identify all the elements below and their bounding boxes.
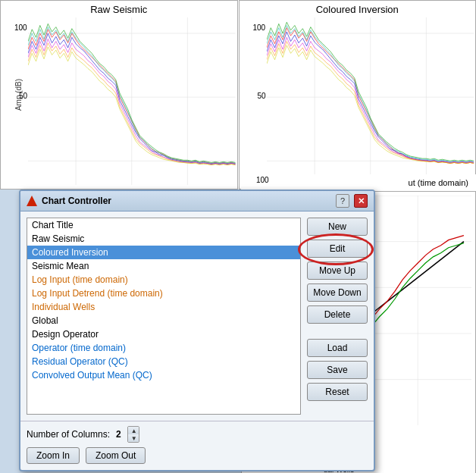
dialog-help-button[interactable]: ? <box>336 194 349 208</box>
raw-seismic-svg <box>28 17 236 185</box>
load-button[interactable]: Load <box>307 339 368 357</box>
btn-spacer <box>307 327 368 335</box>
list-item[interactable]: Operator (time domain) <box>27 341 300 355</box>
list-item[interactable]: Convolved Output Mean (QC) <box>27 368 300 382</box>
coloured-inversion-chart: Coloured Inversion 100 50 <box>239 0 477 190</box>
list-item[interactable]: Design Operator <box>27 327 300 341</box>
zoom-out-button[interactable]: Zoom Out <box>86 447 146 464</box>
save-button[interactable]: Save <box>307 361 368 379</box>
list-item[interactable]: Raw Seismic <box>27 232 300 246</box>
raw-y-tick-50: 50 <box>19 92 27 100</box>
raw-y-tick-100: 100 <box>14 23 27 32</box>
edit-button-container: Edit <box>307 240 368 258</box>
dialog-footer: Number of Columns: 2 ▲ ▼ <box>20 421 374 447</box>
x-axis-label-area: 100 ut (time domain) <box>241 174 476 191</box>
reset-button[interactable]: Reset <box>307 383 368 401</box>
list-item[interactable]: Individual Wells <box>27 300 300 314</box>
dialog-title: Chart Controller <box>42 196 331 206</box>
list-item[interactable]: Chart Title <box>27 218 300 232</box>
spinner-up-button[interactable]: ▲ <box>128 427 139 434</box>
inv-y-tick-100: 100 <box>253 23 266 32</box>
list-item[interactable]: Seismic Mean <box>27 259 300 273</box>
raw-seismic-title: Raw Seismic <box>1 1 237 15</box>
list-item[interactable]: Log Input (time domain) <box>27 273 300 287</box>
inv-y-tick-50: 50 <box>258 92 266 100</box>
coloured-inversion-title: Coloured Inversion <box>240 1 476 15</box>
spinner-down-button[interactable]: ▼ <box>128 434 139 442</box>
list-item[interactable]: Residual Operator (QC) <box>27 355 300 368</box>
columns-value: 2 <box>116 429 121 440</box>
columns-label: Number of Columns: <box>27 429 110 440</box>
coloured-inversion-svg <box>267 17 474 185</box>
chart-controller-dialog: Chart Controller ? ✕ Chart Title Raw Sei… <box>19 190 375 471</box>
dialog-body: Chart Title Raw Seismic Coloured Inversi… <box>20 211 374 421</box>
raw-seismic-chart: Raw Seismic Amp (dB) 100 50 <box>0 0 238 190</box>
move-down-button[interactable]: Move Down <box>307 283 368 302</box>
move-up-button[interactable]: Move Up <box>307 262 368 280</box>
chart-list[interactable]: Chart Title Raw Seismic Coloured Inversi… <box>27 218 301 415</box>
x-tick-100: 100 <box>256 176 269 184</box>
new-button[interactable]: New <box>307 218 368 236</box>
x-axis-label: ut (time domain) <box>409 178 468 187</box>
dialog-close-button[interactable]: ✕ <box>354 194 368 208</box>
zoom-row: Zoom In Zoom Out <box>20 447 374 470</box>
dialog-buttons: New Edit Move Up Move Down Delete Load S… <box>307 218 368 415</box>
delete-button[interactable]: Delete <box>307 305 368 324</box>
dialog-icon <box>27 196 37 206</box>
edit-button[interactable]: Edit <box>307 240 368 258</box>
top-charts-area: Raw Seismic Amp (dB) 100 50 <box>0 0 476 190</box>
list-item[interactable]: Global <box>27 314 300 327</box>
zoom-in-button[interactable]: Zoom In <box>27 447 80 464</box>
columns-spinner[interactable]: ▲ ▼ <box>127 426 139 443</box>
list-item-selected[interactable]: Coloured Inversion <box>27 246 300 259</box>
dialog-titlebar: Chart Controller ? ✕ <box>20 191 374 211</box>
list-item[interactable]: Log Input Detrend (time domain) <box>27 287 300 300</box>
